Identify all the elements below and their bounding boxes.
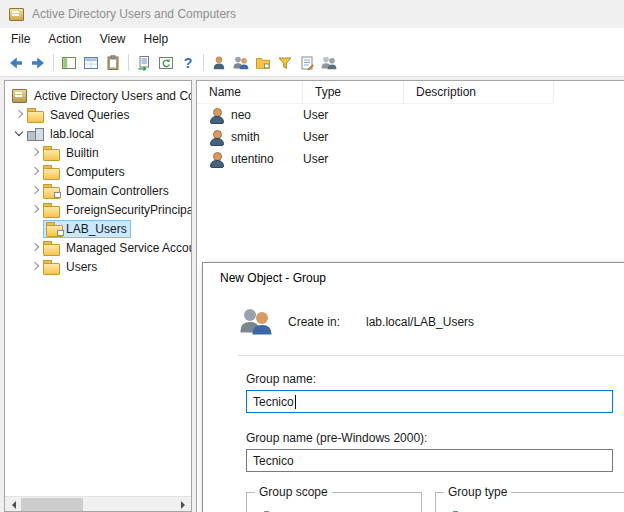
back-icon[interactable] [5, 52, 27, 74]
list-view-icon[interactable] [80, 52, 102, 74]
menu-file[interactable]: File [2, 30, 39, 48]
new-object-group-dialog: New Object - Group Create in: lab.local/… [202, 262, 624, 512]
chevron-collapsed-icon[interactable] [27, 240, 43, 256]
create-in-path: lab.local/LAB_Users [366, 315, 474, 329]
scroll-left-arrow-icon[interactable] [5, 498, 21, 511]
folder-icon [43, 165, 59, 178]
tree-item-users[interactable]: Users [5, 257, 191, 276]
user-type: User [303, 130, 404, 144]
tree-item-computers[interactable]: Computers [5, 162, 191, 181]
console-tree-pane: Active Directory Users and Com Saved Que… [4, 80, 192, 512]
toolbar-separator [203, 54, 204, 71]
help-icon[interactable]: ? [177, 52, 199, 74]
menu-view[interactable]: View [91, 30, 135, 48]
ou-folder-icon [46, 222, 62, 235]
tree-item-label: Saved Queries [48, 107, 131, 123]
help-glyph: ? [184, 55, 193, 71]
folder-icon [43, 146, 59, 159]
column-header-name[interactable]: Name [197, 81, 303, 104]
directory-root-icon [11, 89, 27, 102]
column-header-type[interactable]: Type [303, 81, 404, 104]
new-user-icon[interactable] [208, 52, 230, 74]
tree-item-label: Computers [64, 164, 127, 180]
dialog-title-bar[interactable]: New Object - Group [203, 263, 624, 293]
user-type: User [303, 108, 404, 122]
group-name-value: Tecnico [253, 395, 294, 409]
selected-tree-item[interactable]: LAB_Users [43, 220, 131, 238]
group-icon [238, 307, 274, 337]
chevron-collapsed-icon[interactable] [27, 202, 43, 218]
tree-item-label: Domain Controllers [64, 183, 171, 199]
user-icon [209, 130, 225, 145]
chevron-collapsed-icon[interactable] [27, 183, 43, 199]
table-row[interactable]: neo User [197, 104, 624, 126]
scrollbar-thumb[interactable] [21, 498, 83, 511]
folder-icon [27, 108, 43, 121]
dialog-title: New Object - Group [220, 271, 326, 285]
tree-item-label: lab.local [48, 126, 96, 142]
group-type-title: Group type [444, 485, 511, 499]
delegate-icon[interactable] [318, 52, 340, 74]
user-name: smith [231, 130, 303, 144]
group-type-box: Group type Security Distribution [435, 492, 624, 512]
user-type: User [303, 152, 404, 166]
dialog-separator [238, 355, 624, 356]
tree-item-builtin[interactable]: Builtin [5, 143, 191, 162]
menu-help[interactable]: Help [135, 30, 178, 48]
tree-item-lab-users[interactable]: LAB_Users [5, 219, 191, 238]
tree-item-saved-queries[interactable]: Saved Queries [5, 105, 191, 124]
create-in-label: Create in: [288, 315, 340, 329]
group-name-input[interactable]: Tecnico [246, 390, 613, 413]
chevron-collapsed-icon[interactable] [27, 164, 43, 180]
refresh-icon[interactable] [155, 52, 177, 74]
chevron-collapsed-icon[interactable] [11, 107, 27, 123]
ou-folder-icon [43, 184, 59, 197]
tree-item-managed-service-accounts[interactable]: Managed Service Accoun [5, 238, 191, 257]
tree-item-root[interactable]: Active Directory Users and Com [5, 86, 191, 105]
tree-item-label: Managed Service Accoun [64, 240, 192, 256]
tree-item-domain-controllers[interactable]: Domain Controllers [5, 181, 191, 200]
user-name: neo [231, 108, 303, 122]
tree-item-lab-local[interactable]: lab.local [5, 124, 191, 143]
aduc-window: Active Directory Users and Computers Fil… [0, 0, 624, 77]
toolbar-separator [53, 54, 54, 71]
tree-item-foreignsecurityprincipals[interactable]: ForeignSecurityPrincipals [5, 200, 191, 219]
toolbar-separator [128, 54, 129, 71]
folder-icon [43, 260, 59, 273]
tree-item-label: Active Directory Users and Com [32, 88, 192, 104]
horizontal-scrollbar[interactable] [5, 496, 191, 511]
pre2000-value: Tecnico [253, 454, 294, 468]
create-in-row: Create in: lab.local/LAB_Users [203, 293, 624, 355]
forward-icon[interactable] [27, 52, 49, 74]
folder-icon [43, 241, 59, 254]
pre2000-label: Group name (pre-Windows 2000): [246, 431, 613, 445]
folder-icon [43, 203, 59, 216]
tree-item-label: ForeignSecurityPrincipals [64, 202, 192, 218]
toolbar: ? [0, 49, 624, 77]
chevron-collapsed-icon[interactable] [27, 259, 43, 275]
find-icon[interactable] [296, 52, 318, 74]
console-tree: Active Directory Users and Com Saved Que… [5, 81, 191, 276]
properties-icon[interactable] [102, 52, 124, 74]
pre2000-input[interactable]: Tecnico [246, 449, 613, 472]
table-row[interactable]: smith User [197, 126, 624, 148]
group-name-label: Group name: [246, 372, 613, 386]
export-list-icon[interactable] [133, 52, 155, 74]
group-scope-box: Group scope Domain local Global Universa… [246, 492, 422, 512]
list-header: Name Type Description [197, 81, 624, 104]
chevron-collapsed-icon[interactable] [27, 145, 43, 161]
text-caret [295, 395, 296, 409]
new-group-icon[interactable] [230, 52, 252, 74]
show-console-tree-icon[interactable] [58, 52, 80, 74]
new-ou-icon[interactable] [252, 52, 274, 74]
menu-action[interactable]: Action [39, 30, 90, 48]
scroll-right-arrow-icon[interactable] [175, 498, 191, 511]
chevron-expanded-icon[interactable] [11, 126, 27, 142]
set-filter-icon[interactable] [274, 52, 296, 74]
chevron-spacer [27, 221, 43, 237]
aduc-app-icon [8, 6, 24, 22]
column-header-description[interactable]: Description [404, 81, 554, 104]
group-options: Group scope Domain local Global Universa… [246, 492, 624, 512]
tree-item-label: Users [64, 259, 99, 275]
table-row[interactable]: utentino User [197, 148, 624, 170]
